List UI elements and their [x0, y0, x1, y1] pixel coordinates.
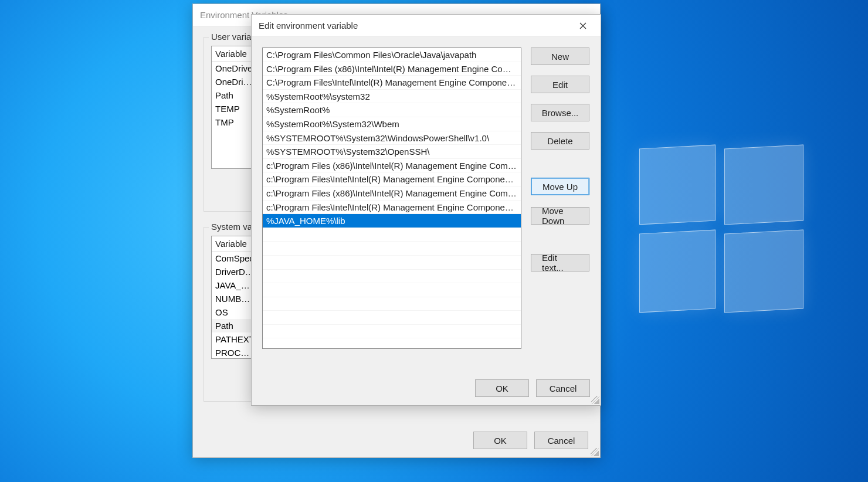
path-entry-empty[interactable] [263, 256, 521, 270]
path-entry[interactable]: C:\Program Files\Intel\Intel(R) Manageme… [263, 76, 521, 90]
edit-window-title: Edit environment variable [259, 21, 358, 30]
path-entry[interactable]: C:\Program Files (x86)\Intel\Intel(R) Ma… [263, 62, 521, 76]
edit-window-titlebar[interactable]: Edit environment variable [252, 15, 601, 37]
browse-button[interactable]: Browse... [531, 104, 589, 121]
path-entry-empty[interactable] [263, 228, 521, 242]
path-entry-empty[interactable] [263, 283, 521, 297]
path-entry[interactable]: C:\Program Files\Common Files\Oracle\Jav… [263, 48, 521, 62]
move-up-button[interactable]: Move Up [531, 178, 589, 195]
path-entry[interactable]: %JAVA_HOME%\lib [263, 214, 521, 228]
path-entry[interactable]: %SystemRoot%\system32 [263, 90, 521, 104]
close-icon [579, 22, 586, 29]
path-entry-empty[interactable] [263, 297, 521, 311]
close-button[interactable] [571, 17, 595, 35]
path-entry-empty[interactable] [263, 325, 521, 339]
path-entry[interactable]: %SystemRoot%\System32\Wbem [263, 117, 521, 131]
path-entry[interactable]: %SystemRoot% [263, 103, 521, 117]
path-entry-empty[interactable] [263, 270, 521, 284]
resize-grip-icon[interactable] [591, 396, 599, 404]
edit-text-button[interactable]: Edit text... [531, 254, 589, 271]
path-entries-list[interactable]: C:\Program Files\Common Files\Oracle\Jav… [262, 47, 521, 349]
path-entry[interactable]: %SYSTEMROOT%\System32\WindowsPowerShell\… [263, 131, 521, 145]
move-down-button[interactable]: Move Down [531, 207, 589, 225]
path-entry-empty[interactable] [263, 242, 521, 256]
edit-button[interactable]: Edit [531, 76, 589, 93]
windows-logo-icon [639, 147, 803, 311]
resize-grip-icon[interactable] [591, 448, 599, 456]
edit-environment-variable-window: Edit environment variable C:\Program Fil… [251, 14, 601, 406]
env-ok-button[interactable]: OK [473, 432, 527, 449]
env-cancel-button[interactable]: Cancel [534, 432, 588, 449]
new-button[interactable]: New [531, 47, 589, 65]
path-entry[interactable]: c:\Program Files\Intel\Intel(R) Manageme… [263, 172, 521, 186]
delete-button[interactable]: Delete [531, 132, 589, 150]
path-entry-empty[interactable] [263, 311, 521, 325]
path-entry[interactable]: c:\Program Files (x86)\Intel\Intel(R) Ma… [263, 159, 521, 173]
path-entry[interactable]: c:\Program Files\Intel\Intel(R) Manageme… [263, 201, 521, 215]
edit-ok-button[interactable]: OK [475, 379, 529, 397]
edit-cancel-button[interactable]: Cancel [536, 379, 590, 397]
path-entry[interactable]: %SYSTEMROOT%\System32\OpenSSH\ [263, 145, 521, 159]
path-entry[interactable]: c:\Program Files (x86)\Intel\Intel(R) Ma… [263, 186, 521, 201]
